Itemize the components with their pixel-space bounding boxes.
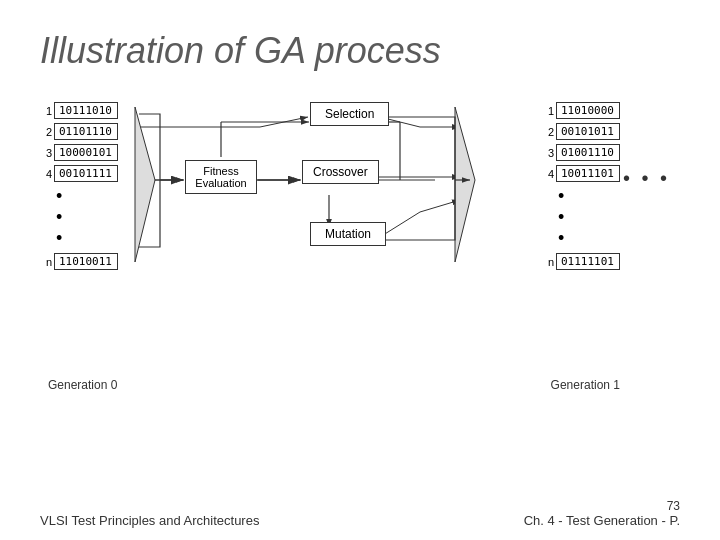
footer-left: VLSI Test Principles and Architectures bbox=[40, 513, 259, 528]
svg-marker-11 bbox=[135, 107, 155, 262]
chr-row-0-4: 4 00101111 bbox=[40, 165, 118, 182]
diagram-area: 1 10111010 2 01101110 3 10000101 4 00101… bbox=[40, 92, 680, 432]
chr-bits: 01001110 bbox=[556, 144, 620, 161]
chr-row-0-1: 1 10111010 bbox=[40, 102, 118, 119]
chr-num: 3 bbox=[40, 147, 52, 159]
chr-row-0-n: n 11010011 bbox=[40, 253, 118, 270]
footer-right: 73 Ch. 4 - Test Generation - P. bbox=[524, 499, 680, 528]
chr-row-1-3: 3 01001110 bbox=[542, 144, 620, 161]
chr-num: 3 bbox=[542, 147, 554, 159]
slide: Illustration of GA process bbox=[0, 0, 720, 540]
page-title: Illustration of GA process bbox=[40, 30, 680, 72]
chr-num: n bbox=[40, 256, 52, 268]
chr-num: 1 bbox=[542, 105, 554, 117]
chr-num: 1 bbox=[40, 105, 52, 117]
chr-num: 4 bbox=[542, 168, 554, 180]
crossover-label: Crossover bbox=[313, 165, 368, 179]
chr-num: 2 bbox=[40, 126, 52, 138]
chr-num: 2 bbox=[542, 126, 554, 138]
continuation-dots: • • • bbox=[623, 167, 670, 190]
chr-num: 4 bbox=[40, 168, 52, 180]
chr-row-0-2: 2 01101110 bbox=[40, 123, 118, 140]
page-number: 73 bbox=[524, 499, 680, 513]
selection-label: Selection bbox=[325, 107, 374, 121]
chr-bits: 00101011 bbox=[556, 123, 620, 140]
chr-bits: 00101111 bbox=[54, 165, 118, 182]
chr-row-0-3: 3 10000101 bbox=[40, 144, 118, 161]
gen1-label: Generation 1 bbox=[551, 378, 620, 392]
fitness-evaluation-box: FitnessEvaluation bbox=[185, 160, 257, 194]
footer-chapter: Ch. 4 - Test Generation - P. bbox=[524, 513, 680, 528]
gen0-list: 1 10111010 2 01101110 3 10000101 4 00101… bbox=[40, 102, 118, 274]
chr-row-1-4: 4 10011101 bbox=[542, 165, 620, 182]
chr-row-1-2: 2 00101011 bbox=[542, 123, 620, 140]
chr-bits: 01111101 bbox=[556, 253, 620, 270]
chr-bits: 01101110 bbox=[54, 123, 118, 140]
crossover-box: Crossover bbox=[302, 160, 379, 184]
fitness-label: FitnessEvaluation bbox=[195, 165, 246, 189]
svg-line-10 bbox=[420, 200, 460, 212]
gen1-dots: ••• bbox=[558, 186, 620, 249]
svg-line-4 bbox=[260, 117, 308, 127]
mutation-label: Mutation bbox=[325, 227, 371, 241]
chr-bits: 10000101 bbox=[54, 144, 118, 161]
chr-num: n bbox=[542, 256, 554, 268]
chr-bits: 11010011 bbox=[54, 253, 118, 270]
chr-bits: 10011101 bbox=[556, 165, 620, 182]
chr-row-1-1: 1 11010000 bbox=[542, 102, 620, 119]
svg-marker-12 bbox=[455, 107, 475, 262]
chr-bits: 11010000 bbox=[556, 102, 620, 119]
footer: VLSI Test Principles and Architectures 7… bbox=[0, 499, 720, 528]
mutation-box: Mutation bbox=[310, 222, 386, 246]
chr-row-1-n: n 01111101 bbox=[542, 253, 620, 270]
chr-bits: 10111010 bbox=[54, 102, 118, 119]
gen1-list: 1 11010000 2 00101011 3 01001110 4 10011… bbox=[542, 102, 620, 274]
gen0-label: Generation 0 bbox=[48, 378, 117, 392]
gen0-dots: ••• bbox=[56, 186, 118, 249]
selection-box: Selection bbox=[310, 102, 389, 126]
